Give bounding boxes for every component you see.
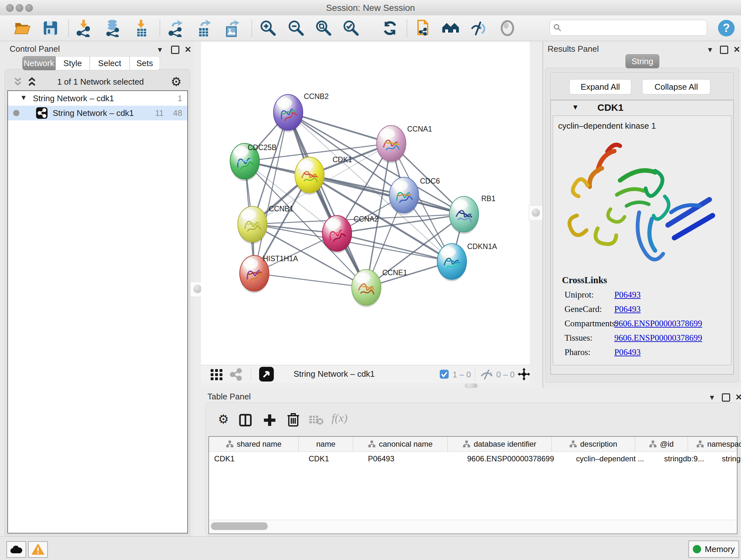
column-header--id[interactable]: @id [635, 437, 688, 451]
fit-content-crosshair-icon[interactable] [517, 367, 531, 381]
results-panel-float-icon[interactable] [719, 46, 729, 55]
import-network-database-icon[interactable] [104, 19, 122, 37]
column-header-database-identifier[interactable]: database identifier [448, 437, 552, 451]
scrollbar-thumb[interactable] [211, 522, 268, 530]
crosslink-link[interactable]: P06493 [614, 290, 641, 300]
network-edge[interactable] [288, 112, 366, 287]
table-panel-float-icon[interactable] [721, 393, 731, 403]
crosslink-link[interactable]: 9606.ENSP00000378699 [614, 319, 702, 328]
help-icon[interactable]: ? [718, 19, 735, 37]
splitter-handle[interactable] [465, 383, 477, 388]
network-tree-root-row[interactable]: ▼ String Network – cdk1 1 [8, 91, 187, 106]
network-edge[interactable] [310, 175, 464, 214]
network-canvas[interactable]: CCNB2CCNA1CDC25BCDK1CDC6RB1CCNB1CCNA2CDK… [201, 42, 530, 365]
collapse-all-button[interactable]: Collapse All [642, 79, 711, 95]
refresh-icon[interactable] [381, 19, 399, 37]
selected-checkbox-icon[interactable] [440, 370, 449, 379]
tab-style[interactable]: Style [56, 56, 90, 70]
table-cell[interactable]: P06493 [363, 451, 462, 466]
network-node-CDK1[interactable]: CDK1 [295, 155, 352, 195]
column-header-shared-name[interactable]: shared name [209, 437, 299, 451]
add-column-icon[interactable] [263, 413, 277, 427]
network-node-CCNA2[interactable]: CCNA2 [322, 215, 379, 253]
table-cell[interactable]: CDK1 [304, 451, 363, 466]
zoom-in-icon[interactable] [259, 19, 277, 37]
crosslink-link[interactable]: P06493 [614, 348, 641, 357]
vertical-splitter-left[interactable] [194, 42, 201, 537]
column-header-namespac[interactable]: namespac [688, 437, 741, 451]
control-panel-close-icon[interactable]: ✕ [183, 45, 193, 54]
network-edge[interactable] [254, 273, 366, 287]
open-session-icon[interactable] [13, 19, 31, 37]
zoom-selected-icon[interactable] [342, 19, 360, 37]
network-edge[interactable] [254, 112, 288, 273]
network-tree-row-selected[interactable]: String Network – cdk1 11 48 [8, 106, 187, 120]
network-node-CDC25B[interactable]: CDC25B [230, 143, 277, 181]
table-row[interactable]: CDK1CDK1P064939606.ENSP00000378699cyclin… [209, 451, 737, 466]
column-header-description[interactable]: description [552, 437, 635, 451]
collapse-triangle-icon[interactable]: ▼ [572, 103, 579, 111]
control-panel-float-icon[interactable] [171, 46, 180, 55]
network-edge[interactable] [288, 112, 391, 143]
tab-network[interactable]: Network [22, 56, 56, 70]
splitter-collapse-handle[interactable] [529, 205, 544, 221]
show-columns-icon[interactable] [239, 414, 252, 427]
gene-entry-header[interactable]: ▼ CDK1 [551, 100, 733, 115]
import-network-file-icon[interactable] [75, 19, 93, 37]
network-node-CCNB2[interactable]: CCNB2 [273, 92, 329, 132]
table-panel-close-icon[interactable]: ✕ [734, 392, 741, 402]
export-network-file-icon[interactable] [167, 19, 185, 37]
memory-button[interactable]: Memory [688, 541, 739, 558]
crosslink-link[interactable]: P06493 [614, 304, 641, 314]
network-options-gear-icon[interactable]: ⚙ [171, 76, 182, 88]
collapse-all-networks-icon[interactable] [12, 76, 23, 87]
column-header-canonical-name[interactable]: canonical name [353, 437, 448, 451]
network-node-HIST1H1A[interactable]: HIST1H1A [240, 254, 298, 293]
network-node-CCNE1[interactable]: CCNE1 [352, 268, 407, 307]
share-view-icon[interactable] [229, 368, 243, 381]
collapse-triangle-icon[interactable]: ▼ [20, 94, 27, 102]
status-bar: Memory [0, 537, 741, 560]
vertical-splitter-right[interactable] [530, 42, 542, 388]
column-header-name[interactable]: name [299, 437, 353, 451]
export-image-icon[interactable] [223, 19, 241, 37]
expand-all-networks-icon[interactable] [26, 76, 37, 87]
zoom-fit-icon[interactable] [315, 19, 333, 37]
hidden-eye-icon [480, 369, 493, 380]
search-input[interactable] [549, 20, 707, 36]
open-session-file-icon[interactable] [415, 19, 433, 37]
expand-all-button[interactable]: Expand All [569, 79, 631, 95]
network-node-CCNB1[interactable]: CCNB1 [238, 205, 293, 244]
grid-view-icon[interactable] [210, 368, 223, 381]
export-table-file-icon[interactable] [195, 19, 213, 37]
control-panel-menu-icon[interactable]: ▾ [155, 45, 165, 54]
home-icon[interactable] [442, 19, 460, 37]
birdseye-view-icon[interactable] [259, 367, 274, 381]
table-cell[interactable]: stringdb [717, 451, 741, 466]
table-cell[interactable]: cyclin–dependent ... [571, 451, 659, 466]
eye-icon[interactable] [498, 19, 516, 37]
network-node-RB1[interactable]: RB1 [449, 194, 495, 234]
delete-column-icon[interactable] [287, 413, 300, 427]
show-hide-icon[interactable] [469, 19, 487, 37]
table-options-gear-icon[interactable]: ⚙ [218, 413, 229, 425]
table-panel-menu-icon[interactable]: ▾ [707, 392, 717, 402]
tab-select[interactable]: Select [90, 56, 130, 70]
network-node-CDKN1A[interactable]: CDKN1A [437, 242, 497, 281]
crosslink-link[interactable]: 9606.ENSP00000378699 [614, 333, 702, 343]
table-cell[interactable]: stringdb:9... [659, 451, 717, 466]
zoom-out-icon[interactable] [287, 19, 305, 37]
results-panel-menu-icon[interactable]: ▾ [705, 45, 715, 54]
table-cell[interactable]: CDK1 [209, 451, 304, 466]
import-table-file-icon[interactable] [133, 19, 151, 37]
tab-sets[interactable]: Sets [130, 56, 160, 70]
table-horizontal-scrollbar[interactable] [208, 520, 738, 534]
results-panel: Results Panel ▾ ✕ String Expand All Coll… [542, 42, 741, 388]
results-panel-close-icon[interactable]: ✕ [732, 45, 741, 54]
table-cell[interactable]: 9606.ENSP00000378699 [462, 451, 571, 466]
network-node-CCNA1[interactable]: CCNA1 [377, 125, 432, 163]
save-session-icon[interactable] [42, 19, 59, 37]
tab-string[interactable]: String [625, 54, 659, 68]
warning-status-button[interactable] [28, 541, 48, 558]
cloud-status-button[interactable] [6, 541, 26, 558]
